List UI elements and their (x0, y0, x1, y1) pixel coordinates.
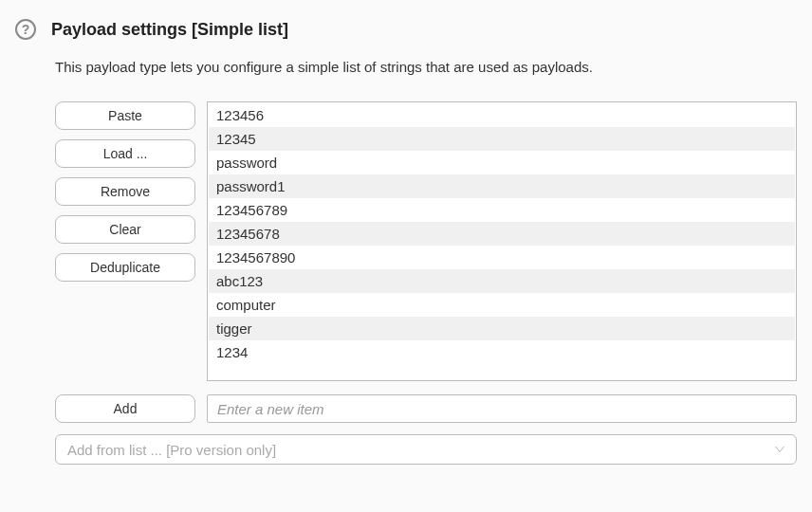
header-row: ? Payload settings [Simple list] (15, 19, 797, 40)
new-item-input[interactable] (207, 394, 797, 423)
section-title: Payload settings [Simple list] (51, 20, 288, 40)
list-item[interactable]: abc123 (209, 269, 795, 293)
dropdown-label: Add from list ... [Pro version only] (67, 442, 276, 458)
list-item[interactable]: tigger (209, 317, 795, 340)
load-button[interactable]: Load ... (55, 139, 195, 168)
list-item[interactable]: password1 (209, 174, 795, 198)
add-button[interactable]: Add (55, 394, 195, 423)
payload-list-inner[interactable]: 123456 12345 password password1 12345678… (208, 102, 796, 380)
payload-list[interactable]: 123456 12345 password password1 12345678… (207, 101, 797, 381)
remove-button[interactable]: Remove (55, 177, 195, 206)
list-item[interactable]: password (209, 151, 795, 174)
list-item[interactable]: 12345678 (209, 222, 795, 246)
payload-settings-panel: ? Payload settings [Simple list] This pa… (15, 19, 797, 465)
main-area: Paste Load ... Remove Clear Deduplicate … (55, 101, 797, 465)
dropdown-row: Add from list ... [Pro version only] (55, 434, 797, 465)
section-description: This payload type lets you configure a s… (55, 59, 797, 75)
paste-button[interactable]: Paste (55, 101, 195, 130)
add-from-list-dropdown[interactable]: Add from list ... [Pro version only] (55, 434, 797, 465)
top-row: Paste Load ... Remove Clear Deduplicate … (55, 101, 797, 381)
list-item[interactable]: computer (209, 293, 795, 317)
help-icon[interactable]: ? (15, 19, 36, 40)
button-column: Paste Load ... Remove Clear Deduplicate (55, 101, 195, 282)
clear-button[interactable]: Clear (55, 215, 195, 244)
deduplicate-button[interactable]: Deduplicate (55, 253, 195, 282)
list-item[interactable]: 123456789 (209, 198, 795, 222)
list-item[interactable]: 1234 (209, 340, 795, 364)
list-item[interactable]: 1234567890 (209, 246, 795, 269)
list-item[interactable]: 123456 (209, 103, 795, 127)
add-row: Add (55, 394, 797, 423)
chevron-down-icon (775, 447, 784, 452)
list-item[interactable]: 12345 (209, 127, 795, 151)
